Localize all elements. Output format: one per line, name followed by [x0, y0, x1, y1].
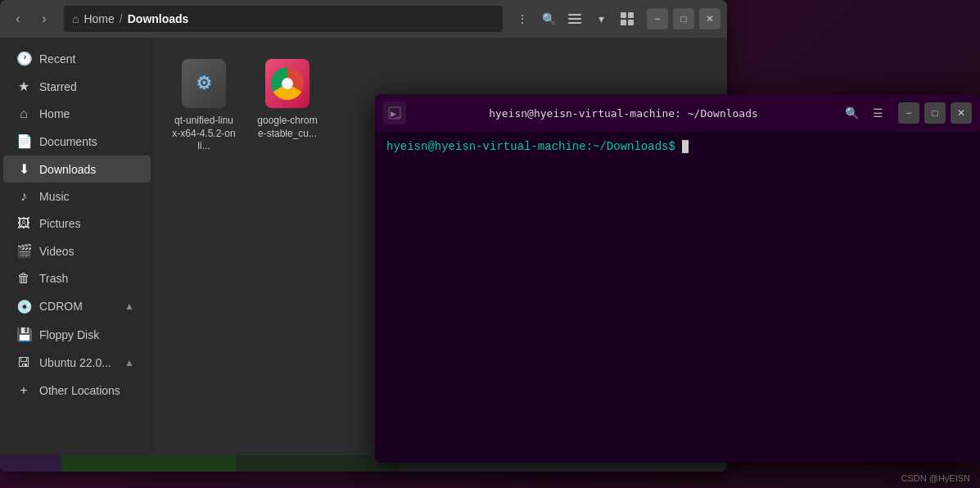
- forward-button[interactable]: ›: [33, 7, 56, 30]
- maximize-button[interactable]: □: [673, 8, 694, 29]
- terminal-window: ▶_ hyeisn@hyeisn-virtual-machine: ~/Down…: [375, 94, 980, 463]
- qt-file-label: qt-unified-linux-x64-4.5.2-onli...: [172, 115, 236, 153]
- cdrom-eject-button[interactable]: ▲: [121, 298, 138, 314]
- sidebar-item-recent[interactable]: 🕐 Recent: [3, 45, 151, 72]
- music-icon: ♪: [16, 189, 31, 204]
- terminal-search-button[interactable]: 🔍: [841, 102, 862, 124]
- other-locations-icon: +: [16, 383, 31, 398]
- sidebar-item-ubuntu[interactable]: 🖫 Ubuntu 22.0... ▲: [3, 349, 151, 377]
- minimize-button[interactable]: −: [647, 8, 668, 29]
- sidebar-item-starred[interactable]: ★ Starred: [3, 73, 151, 100]
- sidebar-item-other-locations[interactable]: + Other Locations: [3, 377, 151, 404]
- svg-rect-5: [621, 20, 626, 25]
- close-button[interactable]: ✕: [699, 8, 720, 29]
- sidebar-label-starred: Starred: [39, 80, 138, 93]
- terminal-titlebar: ▶_ hyeisn@hyeisn-virtual-machine: ~/Down…: [375, 94, 980, 132]
- sidebar-label-trash: Trash: [39, 272, 138, 285]
- file-manager-titlebar: ‹ › ⌂ Home / Downloads ⋮ 🔍 ▾: [0, 0, 727, 38]
- breadcrumb-home[interactable]: Home: [84, 12, 114, 25]
- home-nav-icon: ⌂: [16, 106, 31, 121]
- sidebar-item-home[interactable]: ⌂ Home: [3, 101, 151, 127]
- trash-icon: 🗑: [16, 271, 31, 286]
- sidebar-label-cdrom: CDROM: [39, 300, 113, 313]
- sidebar-label-videos: Videos: [39, 245, 138, 258]
- terminal-minimize-button[interactable]: −: [898, 102, 919, 124]
- terminal-app-icon: ▶_: [383, 102, 406, 124]
- terminal-title: hyeisn@hyeisn-virtual-machine: ~/Downloa…: [413, 107, 834, 120]
- titlebar-actions: ⋮ 🔍 ▾: [511, 7, 639, 30]
- sidebar-label-other: Other Locations: [39, 384, 138, 397]
- svg-rect-4: [628, 12, 634, 18]
- sidebar-item-documents[interactable]: 📄 Documents: [3, 128, 151, 155]
- svg-rect-6: [628, 20, 634, 25]
- breadcrumb: ⌂ Home / Downloads: [64, 6, 503, 32]
- breadcrumb-current: Downloads: [128, 12, 189, 25]
- sidebar-item-trash[interactable]: 🗑 Trash: [3, 265, 151, 291]
- sidebar-item-floppy[interactable]: 💾 Floppy Disk: [3, 321, 151, 348]
- sidebar-item-videos[interactable]: 🎬 Videos: [3, 237, 151, 264]
- sidebar-label-downloads: Downloads: [39, 163, 138, 176]
- sidebar-item-pictures[interactable]: 🖼 Pictures: [3, 210, 151, 237]
- svg-rect-0: [568, 14, 581, 16]
- chrome-file-label: google-chrome-stable_cu...: [255, 115, 319, 140]
- sidebar-label-pictures: Pictures: [39, 217, 138, 230]
- pictures-icon: 🖼: [16, 216, 31, 231]
- view-list-button[interactable]: [563, 7, 586, 30]
- svg-rect-1: [568, 18, 581, 20]
- terminal-actions: 🔍 ☰: [841, 102, 888, 124]
- videos-icon: 🎬: [16, 243, 31, 259]
- window-controls: − □ ✕: [647, 8, 720, 29]
- svg-text:▶_: ▶_: [391, 110, 401, 118]
- svg-rect-2: [568, 22, 581, 24]
- list-item[interactable]: ⚙ qt-unified-linux-x64-4.5.2-onli...: [167, 51, 241, 158]
- sidebar-label-documents: Documents: [39, 135, 138, 148]
- sidebar-label-floppy: Floppy Disk: [39, 328, 138, 341]
- cdrom-icon: 💿: [16, 299, 31, 314]
- watermark: CSDN @HyEISN: [901, 473, 970, 483]
- view-dropdown-button[interactable]: ▾: [589, 7, 612, 30]
- downloads-icon: ⬇: [16, 161, 31, 177]
- sidebar-item-downloads[interactable]: ⬇ Downloads: [3, 156, 151, 183]
- list-item[interactable]: google-chrome-stable_cu...: [251, 51, 324, 158]
- qt-file-icon: ⚙: [180, 57, 228, 110]
- ubuntu-icon: 🖫: [16, 355, 31, 370]
- terminal-maximize-button[interactable]: □: [924, 102, 946, 124]
- bottom-seg1: [0, 455, 61, 472]
- sidebar: 🕐 Recent ★ Starred ⌂ Home 📄 Documents ⬇ …: [0, 38, 154, 472]
- bottom-seg2: [61, 455, 236, 472]
- breadcrumb-separator: /: [120, 12, 123, 25]
- menu-button[interactable]: ⋮: [511, 7, 534, 30]
- sidebar-label-ubuntu: Ubuntu 22.0...: [39, 356, 113, 369]
- sidebar-label-recent: Recent: [39, 52, 138, 66]
- ubuntu-eject-button[interactable]: ▲: [121, 355, 138, 371]
- terminal-prompt: hyeisn@hyeisn-virtual-machine:~/Download…: [386, 140, 675, 153]
- sidebar-item-cdrom[interactable]: 💿 CDROM ▲: [3, 292, 151, 320]
- terminal-window-controls: − □ ✕: [898, 102, 972, 124]
- home-icon: ⌂: [72, 12, 79, 25]
- sidebar-item-music[interactable]: ♪ Music: [3, 183, 151, 210]
- starred-icon: ★: [16, 79, 31, 94]
- documents-icon: 📄: [16, 133, 31, 149]
- view-grid-button[interactable]: [616, 7, 639, 30]
- svg-rect-3: [621, 12, 626, 18]
- terminal-body[interactable]: hyeisn@hyeisn-virtual-machine:~/Download…: [375, 132, 980, 463]
- terminal-cursor: [682, 140, 689, 153]
- search-button[interactable]: 🔍: [537, 7, 560, 30]
- terminal-menu-button[interactable]: ☰: [867, 102, 888, 124]
- floppy-icon: 💾: [16, 327, 31, 342]
- sidebar-label-music: Music: [39, 190, 138, 203]
- sidebar-label-home: Home: [39, 107, 138, 120]
- back-button[interactable]: ‹: [7, 7, 29, 30]
- recent-icon: 🕐: [16, 51, 31, 66]
- chrome-file-icon: [264, 57, 311, 110]
- watermark-text: CSDN @HyEISN: [901, 473, 970, 483]
- terminal-close-button[interactable]: ✕: [951, 102, 972, 124]
